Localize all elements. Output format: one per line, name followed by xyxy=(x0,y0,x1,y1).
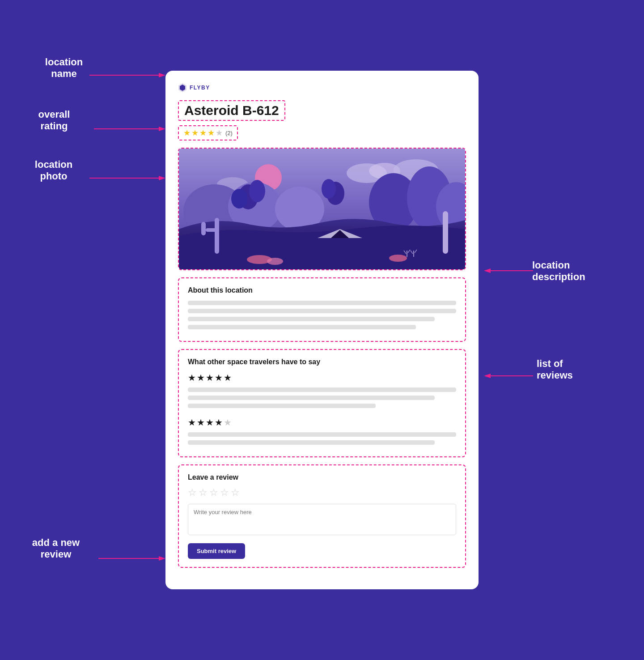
svg-point-40 xyxy=(389,255,407,262)
svg-marker-9 xyxy=(484,374,491,378)
arrow-location-name xyxy=(89,71,170,80)
arrow-list-reviews xyxy=(479,371,533,380)
rating-star-4[interactable]: ☆ xyxy=(220,488,229,498)
r2-star-1: ★ xyxy=(188,417,196,428)
rating-input[interactable]: ☆ ☆ ☆ ☆ ☆ xyxy=(188,488,456,498)
location-name: Asteroid B-612 xyxy=(178,100,466,125)
svg-marker-11 xyxy=(159,556,165,561)
flyby-logo-icon xyxy=(178,83,187,92)
r1-line-1 xyxy=(188,387,456,392)
r2-star-3: ★ xyxy=(206,417,214,428)
main-card: FLYBY Asteroid B-612 ★ ★ ★ ★ ★ (2) xyxy=(165,71,479,589)
arrow-overall-rating xyxy=(94,124,170,133)
leave-review-title: Leave a review xyxy=(188,473,456,481)
rating-star-1[interactable]: ☆ xyxy=(188,488,197,498)
svg-rect-36 xyxy=(201,222,206,235)
r2-star-2: ★ xyxy=(197,417,205,428)
svg-marker-7 xyxy=(484,268,491,273)
annotation-location-desc: location description xyxy=(532,260,626,283)
desc-line-1 xyxy=(188,301,456,305)
annotation-location-photo: location photo xyxy=(13,159,94,183)
svg-rect-37 xyxy=(443,211,448,254)
desc-line-3 xyxy=(188,317,435,321)
svg-marker-1 xyxy=(159,73,165,77)
review-2-stars: ★ ★ ★ ★ ★ xyxy=(188,417,456,428)
svg-marker-3 xyxy=(159,127,165,131)
about-section: About this location xyxy=(178,277,466,342)
review-1-stars: ★ ★ ★ ★ ★ xyxy=(188,372,456,383)
rating-count: (2) xyxy=(225,130,233,136)
star-1: ★ xyxy=(183,128,191,138)
svg-point-39 xyxy=(267,258,283,265)
logo-text: FLYBY xyxy=(190,85,210,91)
r1-star-5: ★ xyxy=(224,372,232,383)
review-item-2: ★ ★ ★ ★ ★ xyxy=(188,417,456,445)
star-4: ★ xyxy=(208,128,215,138)
svg-marker-5 xyxy=(159,176,165,180)
svg-point-28 xyxy=(231,189,247,209)
r2-star-5: ★ xyxy=(224,417,232,428)
rating-stars: ★ ★ ★ ★ ★ xyxy=(183,128,223,138)
r1-star-1: ★ xyxy=(188,372,196,383)
r1-star-3: ★ xyxy=(206,372,214,383)
review-item-1: ★ ★ ★ ★ ★ xyxy=(188,372,456,408)
rating-star-3[interactable]: ☆ xyxy=(209,488,218,498)
annotation-overall-rating: overall rating xyxy=(5,109,103,132)
star-5: ★ xyxy=(216,128,223,138)
submit-review-button[interactable]: Submit review xyxy=(188,543,245,559)
reviews-content: What other space travelers have to say ★… xyxy=(179,350,465,456)
about-title: About this location xyxy=(188,286,456,294)
desc-line-2 xyxy=(188,309,456,313)
star-3: ★ xyxy=(199,128,207,138)
rating-star-5[interactable]: ☆ xyxy=(231,488,240,498)
leave-review-section: Leave a review ☆ ☆ ☆ ☆ ☆ Submit review xyxy=(178,464,466,568)
reviews-section: What other space travelers have to say ★… xyxy=(178,349,466,457)
leave-review-content: Leave a review ☆ ☆ ☆ ☆ ☆ Submit review xyxy=(179,465,465,567)
r1-line-2 xyxy=(188,396,435,400)
star-2: ★ xyxy=(191,128,199,138)
arrow-add-review xyxy=(98,554,170,563)
arrow-location-photo xyxy=(89,174,170,183)
svg-point-30 xyxy=(322,179,336,199)
review-textarea[interactable] xyxy=(188,504,456,535)
r2-line-1 xyxy=(188,432,456,437)
arrow-location-desc xyxy=(479,266,533,275)
r1-star-4: ★ xyxy=(215,372,223,383)
overall-rating: ★ ★ ★ ★ ★ (2) xyxy=(178,125,238,141)
about-content: About this location xyxy=(179,278,465,341)
svg-rect-35 xyxy=(206,228,219,232)
r2-star-4: ★ xyxy=(215,417,223,428)
location-photo-section xyxy=(178,148,466,270)
annotation-add-review: add a new review xyxy=(9,537,103,561)
annotation-list-reviews: list of reviews xyxy=(537,358,626,382)
svg-rect-34 xyxy=(215,218,219,254)
rating-star-2[interactable]: ☆ xyxy=(199,488,208,498)
logo-bar: FLYBY xyxy=(178,83,466,92)
r1-star-2: ★ xyxy=(197,372,205,383)
r1-line-3 xyxy=(188,404,376,408)
location-scene-svg xyxy=(179,149,465,269)
page-wrapper: location name overall rating location ph… xyxy=(0,0,644,660)
r2-line-2 xyxy=(188,440,435,445)
reviews-title: What other space travelers have to say xyxy=(188,358,456,366)
svg-point-27 xyxy=(249,180,265,202)
desc-line-4 xyxy=(188,325,416,329)
location-photo xyxy=(179,149,465,269)
